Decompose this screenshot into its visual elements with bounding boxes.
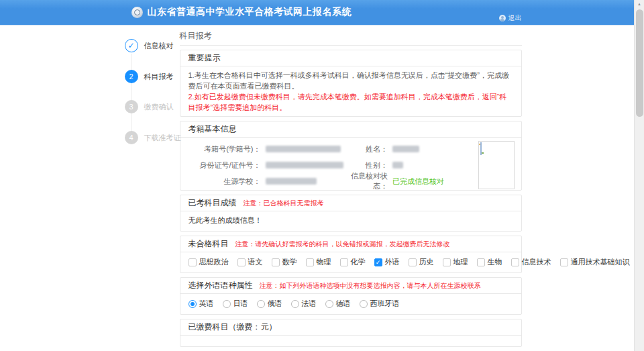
vertical-scrollbar[interactable]: ▲: [634, 0, 644, 351]
info-field-label: 姓名：: [343, 144, 388, 154]
checkbox-icon: ✓: [306, 258, 314, 266]
unqualified-title: 未合格科目: [189, 238, 229, 250]
checkbox-icon: ✓: [409, 258, 417, 266]
redacted-value: [392, 162, 403, 168]
language-note: 注意：如下列外语语种选项中没有想要选报内容，请与本人所在生源校联系: [260, 281, 481, 291]
subject-checkbox[interactable]: ✓ 物理: [306, 257, 331, 267]
info-field: 性别：: [343, 160, 461, 170]
language-label: 法语: [302, 299, 317, 309]
subject-checkbox[interactable]: ✓ 历史: [409, 257, 434, 267]
unqualified-note: 注意：请先确认好需报考的科目，以免错报或漏报，发起缴费后无法修改: [235, 240, 450, 249]
scores-card: 已考科目成绩 注意：已合格科目无需报考 无此考生的成绩信息！: [180, 195, 522, 232]
subject-checkbox-row: ✓ 思想政治 ✓ 语文 ✓ 数学 ✓ 物理 ✓ 化学 ✓ 外语 ✓ 历史 ✓ 地…: [180, 252, 521, 272]
language-label: 英语: [199, 299, 214, 309]
subject-label: 外语: [385, 257, 400, 267]
checkbox-icon: ✓: [237, 258, 246, 266]
info-field-label: 信息核对状态：: [343, 171, 388, 191]
info-field-label: 性别：: [343, 160, 388, 170]
subject-label: 思想政治: [199, 257, 229, 267]
checkbox-icon: ✓: [340, 258, 348, 266]
basic-info-title: 考籍基本信息: [189, 123, 237, 135]
info-field: 姓名：: [343, 144, 461, 154]
redacted-value: [392, 146, 419, 152]
language-radio-row: 英语 日语 俄语 法语 德语 西班牙语: [180, 294, 521, 314]
page: 山东省普通高中学业水平合格考试网上报名系统 退出 ✓ 信息核对 2 科目报考 3…: [0, 0, 634, 351]
logout-label: 退出: [508, 13, 522, 23]
subject-checkbox[interactable]: ✓ 数学: [272, 257, 297, 267]
stepper-step: 2 科目报考: [125, 70, 174, 83]
language-radio[interactable]: 英语: [189, 299, 214, 309]
radio-icon: [223, 300, 231, 308]
page-title: 科目报考: [180, 30, 522, 46]
paid-title: 已缴费科目（缴费：元）: [189, 321, 277, 333]
notice-card: 重要提示 1.考生在未合格科目中可选择一科或多科考试科目，确认报考信息无误后，点…: [180, 50, 522, 117]
unqualified-card: 未合格科目 注意：请先确认好需报考的科目，以免错报或漏报，发起缴费后无法修改 ✓…: [180, 236, 522, 273]
subject-checkbox[interactable]: ✓ 地理: [443, 257, 468, 267]
language-label: 日语: [233, 299, 248, 309]
subject-checkbox[interactable]: ✓ 化学: [340, 257, 366, 267]
subject-label: 地理: [453, 257, 468, 267]
language-radio[interactable]: 西班牙语: [360, 299, 400, 309]
checkbox-icon: ✓: [477, 258, 485, 266]
language-radio[interactable]: 俄语: [257, 299, 282, 309]
language-radio[interactable]: 日语: [223, 299, 248, 309]
radio-icon: [325, 300, 333, 308]
info-field-label: 考籍号(学籍号)：: [189, 144, 261, 154]
notice-line-1: 1.考生在未合格科目中可选择一科或多科考试科目，确认报考信息无误后，点击“提交缴…: [189, 70, 513, 91]
info-field-label: 身份证号/证件号：: [189, 160, 261, 170]
basic-info-grid: 考籍号(学籍号)： 姓名： 身份证号/证件号： 性别： 生源学校： 信息核对状态…: [189, 141, 461, 187]
step-indicator-icon: 4: [125, 131, 138, 144]
checkbox-icon: ✓: [374, 258, 382, 266]
checkbox-icon: ✓: [443, 258, 451, 266]
notice-title: 重要提示: [189, 52, 221, 64]
checkbox-icon: ✓: [560, 258, 568, 266]
broken-image-icon: [480, 142, 482, 155]
language-label: 俄语: [268, 299, 282, 309]
subject-label: 化学: [351, 257, 366, 267]
user-avatar-icon: [499, 15, 506, 21]
step-indicator-icon: 3: [125, 100, 138, 113]
step-label: 下载准考证: [144, 133, 181, 143]
basic-info-card: 考籍基本信息 考籍号(学籍号)： 姓名： 身份证号/证件号： 性别： 生源学校：…: [180, 121, 522, 191]
notice-line-2: 2.如有已发起缴费但未缴费科目，请先完成本笔缴费。如需要追加科目，完成本笔缴费后…: [189, 91, 513, 113]
language-label: 德语: [336, 299, 351, 309]
language-radio[interactable]: 德语: [325, 299, 351, 309]
language-radio[interactable]: 法语: [291, 299, 317, 309]
logout-button[interactable]: 退出: [499, 13, 522, 23]
subject-label: 历史: [419, 257, 434, 267]
subject-checkbox[interactable]: ✓ 外语: [374, 257, 400, 267]
checkbox-icon: ✓: [189, 258, 197, 266]
stepper-step: 3 缴费确认: [125, 100, 174, 113]
info-field: 生源学校：: [189, 176, 343, 187]
scores-empty-text: 无此考生的成绩信息！: [180, 211, 521, 231]
radio-icon: [291, 300, 299, 308]
checkbox-icon: ✓: [511, 258, 519, 266]
paid-card: 已缴费科目（缴费：元）: [180, 319, 522, 347]
subject-checkbox[interactable]: ✓ 生物: [477, 257, 502, 267]
scrollbar-up-arrow-icon[interactable]: ▲: [635, 0, 644, 8]
scrollbar-thumb[interactable]: [636, 9, 643, 117]
site-logo-icon: [131, 7, 143, 18]
step-indicator-icon: ✓: [125, 39, 138, 52]
radio-icon: [360, 300, 368, 308]
subject-label: 信息技术: [522, 257, 551, 267]
redacted-value: [266, 146, 341, 152]
subject-checkbox[interactable]: ✓ 思想政治: [189, 257, 229, 267]
main-content: 科目报考 重要提示 1.考生在未合格科目中可选择一科或多科考试科目，确认报考信息…: [180, 26, 522, 351]
stepper-step: 4 下载准考证: [125, 131, 181, 144]
info-field: 信息核对状态： 已完成信息核对: [343, 176, 461, 187]
subject-checkbox[interactable]: ✓ 语文: [237, 257, 263, 267]
redacted-value: [266, 162, 343, 168]
subject-checkbox[interactable]: ✓ 信息技术: [511, 257, 551, 267]
candidate-photo: [478, 141, 515, 189]
app-title: 山东省普通高中学业水平合格考试网上报名系统: [148, 6, 352, 18]
redacted-value: [266, 178, 317, 185]
checkbox-icon: ✓: [272, 258, 280, 266]
subject-label: 物理: [317, 257, 331, 267]
info-field-value: 已完成信息核对: [392, 177, 444, 187]
app-header: 山东省普通高中学业水平合格考试网上报名系统 退出: [0, 0, 634, 26]
stepper-step: ✓ 信息核对: [125, 39, 174, 52]
stepper: ✓ 信息核对 2 科目报考 3 缴费确认 4 下载准考证: [113, 26, 180, 180]
subject-checkbox[interactable]: ✓ 通用技术基础知识: [560, 257, 630, 267]
subject-label: 数学: [282, 257, 297, 267]
